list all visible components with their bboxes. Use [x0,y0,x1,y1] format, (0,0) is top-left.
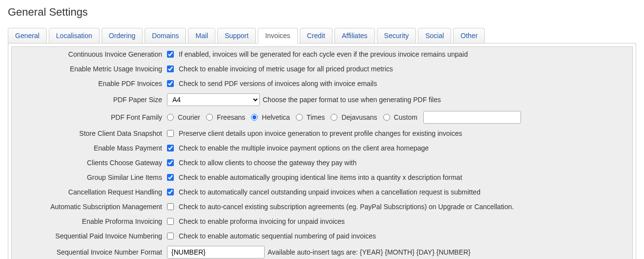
desc-mass-payment: Check to enable the multiple invoice pay… [179,144,429,152]
tab-ordering[interactable]: Ordering [102,28,143,43]
radio-font-courier[interactable] [167,114,174,121]
desc-metric-usage: Check to enable invoicing of metric usag… [179,65,393,73]
radio-label-helvetica: Helvetica [262,113,290,121]
checkbox-cancel-handling[interactable] [167,189,174,195]
desc-group-items: Check to enable automatically grouping i… [179,173,462,181]
tab-domains[interactable]: Domains [145,28,186,43]
label-snapshot: Store Client Data Snapshot [12,130,167,137]
tab-mail[interactable]: Mail [188,28,215,43]
label-proforma: Enable Proforma Invoicing [12,217,167,225]
input-seq-format[interactable] [167,246,265,259]
radio-font-dejavusans[interactable] [331,114,337,121]
tab-other[interactable]: Other [453,28,485,43]
label-metric-usage: Enable Metric Usage Invoicing [12,65,167,73]
checkbox-seq-paid[interactable] [167,233,174,239]
label-seq-paid: Sequential Paid Invoice Numbering [12,232,167,240]
radio-label-dejavusans: Dejavusans [341,113,377,121]
settings-panel: Continuous Invoice Generation If enabled… [8,43,636,259]
radio-label-times: Times [307,113,325,121]
tab-localisation[interactable]: Localisation [49,28,100,43]
label-seq-format: Sequential Invoice Number Format [12,248,167,256]
label-choose-gateway: Clients Choose Gateway [12,159,167,167]
desc-enable-pdf: Check to send PDF versions of invoices a… [179,80,377,87]
desc-seq-format: Available auto-insert tags are: {YEAR} {… [268,248,471,256]
desc-proforma: Check to enable proforma invoicing for u… [179,217,345,225]
checkbox-choose-gateway[interactable] [167,159,174,166]
label-paper-size: PDF Paper Size [12,96,167,104]
label-mass-payment: Enable Mass Payment [12,144,167,152]
desc-seq-paid: Check to enable automatic sequential num… [179,232,376,240]
checkbox-mass-payment[interactable] [167,145,174,151]
checkbox-continuous-invoice[interactable] [167,51,174,58]
checkbox-snapshot[interactable] [167,130,174,137]
radio-font-times[interactable] [296,114,303,121]
radio-font-freesans[interactable] [206,114,213,121]
desc-paper-size: Choose the paper format to use when gene… [263,96,441,104]
radio-font-helvetica[interactable] [251,114,258,121]
checkbox-subscription-mgmt[interactable] [167,203,174,210]
settings-tabs: General Localisation Ordering Domains Ma… [8,27,636,43]
desc-subscription-mgmt: Check to auto-cancel existing subscripti… [179,203,514,211]
radio-label-custom: Custom [394,113,417,121]
radio-font-custom[interactable] [383,114,390,121]
tab-general[interactable]: General [8,28,47,43]
tab-affiliates[interactable]: Affiliates [334,28,375,43]
checkbox-group-items[interactable] [167,174,174,181]
label-subscription-mgmt: Automatic Subscription Management [12,203,167,211]
label-font-family: PDF Font Family [12,113,167,121]
select-paper-size[interactable]: A4 [167,93,260,106]
input-font-custom[interactable] [423,111,521,124]
desc-cancel-handling: Check to automatically cancel outstandin… [179,188,480,196]
radio-label-freesans: Freesans [217,113,245,121]
label-group-items: Group Similar Line Items [12,173,167,181]
desc-snapshot: Preserve client details upon invoice gen… [179,130,462,137]
desc-choose-gateway: Check to allow clients to choose the gat… [179,159,356,167]
label-enable-pdf: Enable PDF Invoices [12,80,167,87]
tab-security[interactable]: Security [377,28,416,43]
tab-support[interactable]: Support [217,28,256,43]
label-cancel-handling: Cancellation Request Handling [12,188,167,196]
tab-invoices[interactable]: Invoices [258,28,297,43]
tab-social[interactable]: Social [418,28,451,43]
tab-credit[interactable]: Credit [300,28,332,43]
radio-label-courier: Courier [178,113,200,121]
desc-continuous-invoice: If enabled, invoices will be generated f… [179,50,468,58]
label-continuous-invoice: Continuous Invoice Generation [12,50,167,58]
page-title: General Settings [8,6,636,19]
checkbox-metric-usage[interactable] [167,65,174,72]
checkbox-enable-pdf[interactable] [167,80,174,87]
checkbox-proforma[interactable] [167,218,174,225]
